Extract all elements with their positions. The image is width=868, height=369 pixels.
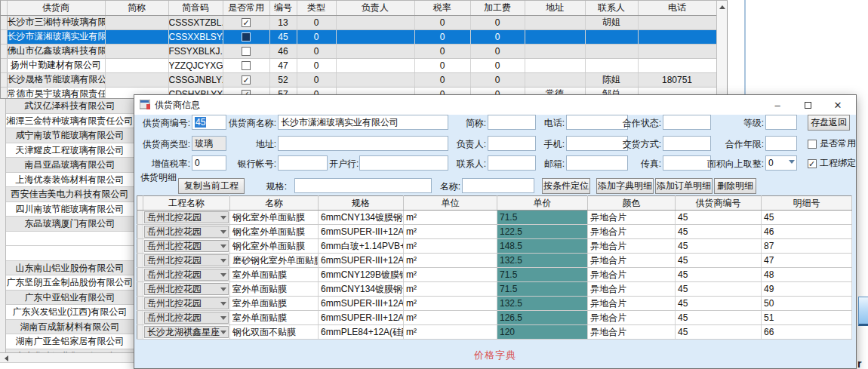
supplier-name-input[interactable]: 长沙市潇湘玻璃实业有限公司 — [278, 115, 448, 130]
cell-color[interactable]: 异地合片 — [588, 325, 676, 340]
cell-manager[interactable] — [336, 72, 414, 87]
scroll-up-icon[interactable] — [719, 5, 725, 9]
cell-pinyin-code[interactable]: CSSXXBLSY.. — [168, 29, 223, 44]
bank-account-input[interactable] — [278, 155, 328, 171]
cell-supplier-no[interactable]: 45 — [676, 225, 762, 239]
cell-address[interactable] — [525, 29, 585, 44]
cell-color[interactable]: 异地合片 — [588, 297, 676, 311]
locate-by-condition-button[interactable]: 按条件定位 — [542, 178, 590, 194]
cell-short-name[interactable] — [105, 44, 168, 58]
cell-supplier-no[interactable]: 45 — [676, 254, 762, 268]
supplier-list-item[interactable]: 四川南玻节能玻璃有限公司 — [6, 202, 134, 217]
cell-color[interactable]: 异地合片 — [588, 311, 676, 325]
vertical-scrollbar[interactable] — [716, 1, 728, 99]
cell-short-name[interactable] — [105, 29, 168, 44]
chevron-down-icon[interactable] — [220, 273, 226, 277]
cell-supplier-no[interactable]: 45 — [676, 211, 762, 225]
detail-row-header-cell[interactable] — [137, 254, 143, 268]
supplier-list-item[interactable]: 西安佳吉美电力科技有限公司 — [6, 187, 134, 202]
cell-price[interactable]: 71.5 — [497, 282, 588, 297]
cell-color[interactable]: 异地合片 — [588, 254, 676, 268]
col-header-address[interactable]: 地址 — [525, 1, 585, 15]
supplier-list-item[interactable]: 广东中亚铝业有限公司 — [6, 291, 134, 306]
cell-supplier[interactable]: 长沙市三湘特种玻璃有限公司 — [7, 15, 105, 29]
cell-spec[interactable]: 6mmSUPER-III+12A(硅... — [319, 225, 404, 239]
cell-address[interactable] — [525, 72, 585, 87]
supplier-list-item[interactable]: 武汉亿泽科技有限公司 — [6, 99, 134, 114]
col-header-project[interactable]: 工程名称 — [143, 196, 230, 211]
cell-project[interactable]: 岳州北控花园 — [143, 239, 230, 254]
cell-spec[interactable]: 6mmCNY129B镀膜钢化 — [319, 268, 404, 282]
cell-is-common[interactable] — [223, 44, 269, 58]
detail-row[interactable]: 岳州北控花园 钢化室外单面贴膜 6mm白玻+1.14PVB+6mm... m² … — [137, 239, 852, 254]
project-combobox[interactable]: 岳州北控花园 — [144, 312, 229, 324]
col-header-is-common[interactable]: 是否常用 — [223, 1, 269, 15]
cell-process-fee[interactable]: 0 — [470, 44, 525, 58]
supplier-list-item[interactable]: 湖南广亚全铝家居有限公司 — [6, 334, 134, 349]
cell-phone[interactable] — [638, 58, 716, 72]
col-header-type[interactable]: 类型 — [297, 1, 336, 15]
col-header-supplier[interactable]: 供货商 — [7, 1, 105, 15]
dialog-titlebar[interactable]: 供货商信息 – ✕ — [134, 95, 856, 115]
cell-project[interactable]: 岳州北控花园 — [143, 297, 230, 311]
scroll-left-icon[interactable] — [5, 355, 8, 361]
cell-detail-no[interactable]: 48 — [762, 268, 852, 282]
col-header-pinyin-code[interactable]: 简音码 — [168, 1, 223, 15]
cell-number[interactable]: 45 — [269, 29, 297, 44]
cell-spec[interactable]: 6mmPLE84+12A(硅酮胶... — [319, 325, 404, 340]
row-header-cell[interactable] — [1, 87, 7, 99]
maximize-button[interactable] — [793, 95, 823, 115]
coop-status-input[interactable] — [663, 115, 711, 130]
detail-row[interactable]: 岳州北控花园 室外单面贴膜 6mmCNY134镀膜钢化 m² 71.5 异地合片… — [137, 282, 852, 297]
cell-color[interactable]: 异地合片 — [588, 282, 676, 297]
col-header-color[interactable]: 颜色 — [588, 196, 676, 211]
cell-address[interactable] — [525, 15, 585, 29]
cell-process-fee[interactable]: 0 — [470, 15, 525, 29]
detail-row-header-cell[interactable] — [137, 225, 143, 239]
cell-contact[interactable] — [585, 44, 638, 58]
project-combobox[interactable]: 岳州北控花园 — [144, 226, 229, 238]
cell-supplier-no[interactable]: 45 — [676, 297, 762, 311]
col-header-supplier-no[interactable]: 供货商编号 — [676, 196, 762, 211]
cell-unit[interactable]: m² — [404, 282, 497, 297]
cell-pinyin-code[interactable]: FSSYXBLKJ.. — [168, 44, 223, 58]
supplier-list-item[interactable]: 天津耀皮工程玻璃有限公司 — [6, 143, 134, 158]
cell-name[interactable]: 钢化双面不贴膜 — [230, 325, 319, 340]
cell-spec[interactable]: 6mmSUPER-III+12A(硅... — [319, 311, 404, 325]
address-input[interactable] — [278, 136, 448, 151]
coop-years-input[interactable] — [765, 136, 797, 151]
cell-supplier-no[interactable]: 45 — [676, 311, 762, 325]
cell-supplier-no[interactable]: 45 — [676, 325, 762, 340]
supplier-list-item[interactable]: 南昌亚晶玻璃有限公司 — [6, 158, 134, 173]
cell-phone[interactable] — [638, 44, 716, 58]
horizontal-scrollbar[interactable] — [0, 352, 134, 363]
project-bind-checkbox-field[interactable]: 工程绑定 — [808, 157, 856, 170]
col-header-short-name[interactable]: 简称 — [105, 1, 168, 15]
detail-row-header-cell[interactable] — [137, 325, 143, 340]
col-header-spec[interactable]: 规格 — [319, 196, 404, 211]
save-return-button[interactable]: 存盘返回 — [808, 115, 850, 131]
cell-short-name[interactable] — [105, 15, 168, 29]
cell-spec[interactable]: 6mmSUPER-III+12A(硅... — [319, 254, 404, 268]
is-common-checkbox[interactable] — [242, 18, 251, 27]
cell-name[interactable]: 室外单面贴膜 — [230, 311, 319, 325]
cell-project[interactable]: 岳州北控花园 — [143, 268, 230, 282]
add-order-detail-button[interactable]: 添加订单明细 — [655, 178, 713, 194]
delivery-method-input[interactable] — [663, 136, 711, 151]
cell-detail-no[interactable]: 66 — [762, 325, 852, 340]
supplier-type-input[interactable]: 玻璃 — [192, 136, 226, 151]
cell-price[interactable]: 120 — [497, 325, 588, 340]
detail-row[interactable]: 岳州北控花园 室外单面贴膜 6mmCNY129B镀膜钢化 m² 71.5 异地合… — [137, 268, 852, 282]
cell-unit[interactable]: m² — [404, 297, 497, 311]
cell-address[interactable] — [525, 44, 585, 58]
chevron-down-icon[interactable] — [220, 259, 226, 263]
col-header-detail-no[interactable]: 明细号 — [762, 196, 852, 211]
cell-detail-no[interactable]: 47 — [762, 254, 852, 268]
cell-phone[interactable] — [638, 15, 716, 29]
grade-input[interactable] — [765, 115, 797, 130]
area-round-up-combobox[interactable]: 0 — [765, 155, 797, 171]
supplier-row[interactable]: 长沙市潇湘玻璃实业有限公司 CSSXXBLSY.. 45 0 0 0 — [1, 29, 716, 44]
cell-type[interactable]: 0 — [297, 44, 336, 58]
cell-address[interactable] — [525, 58, 585, 72]
col-header-price[interactable]: 单价 — [497, 196, 588, 211]
